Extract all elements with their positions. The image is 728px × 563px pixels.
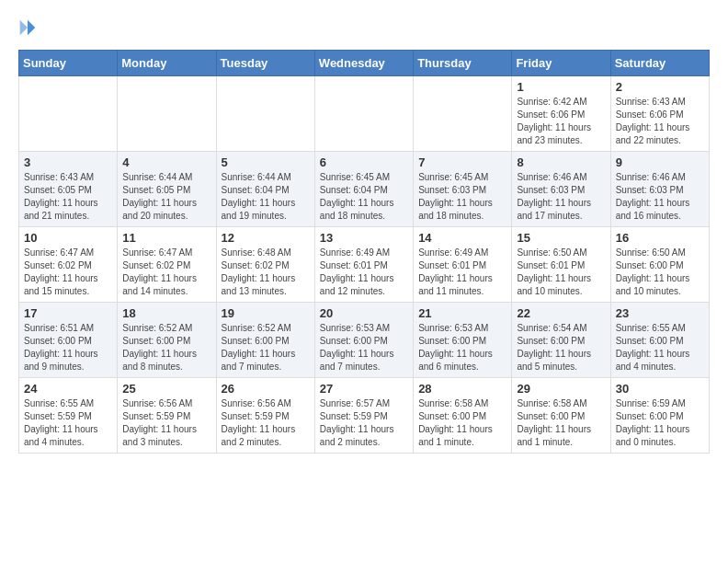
calendar-day-cell: 1Sunrise: 6:42 AM Sunset: 6:06 PM Daylig…	[512, 76, 610, 152]
calendar-day-cell	[414, 76, 512, 152]
calendar-day-cell	[216, 76, 314, 152]
weekday-header-cell: Saturday	[610, 51, 709, 76]
day-number: 15	[517, 231, 605, 245]
weekday-header-cell: Thursday	[414, 51, 512, 76]
day-info: Sunrise: 6:52 AM Sunset: 6:00 PM Dayligh…	[122, 322, 210, 373]
calendar-body: 1Sunrise: 6:42 AM Sunset: 6:06 PM Daylig…	[19, 76, 710, 454]
day-number: 27	[320, 382, 408, 396]
calendar-day-cell	[19, 76, 118, 152]
calendar-day-cell: 23Sunrise: 6:55 AM Sunset: 6:00 PM Dayli…	[610, 303, 709, 378]
day-info: Sunrise: 6:47 AM Sunset: 6:02 PM Dayligh…	[24, 247, 112, 298]
calendar-day-cell: 11Sunrise: 6:47 AM Sunset: 6:02 PM Dayli…	[118, 227, 216, 303]
day-info: Sunrise: 6:44 AM Sunset: 6:04 PM Dayligh…	[222, 171, 310, 223]
day-number: 29	[517, 382, 605, 396]
day-info: Sunrise: 6:45 AM Sunset: 6:03 PM Dayligh…	[418, 171, 506, 223]
logo	[18, 18, 40, 40]
day-info: Sunrise: 6:44 AM Sunset: 6:05 PM Dayligh…	[122, 171, 210, 223]
day-info: Sunrise: 6:50 AM Sunset: 6:00 PM Dayligh…	[616, 247, 704, 298]
calendar-day-cell: 22Sunrise: 6:54 AM Sunset: 6:00 PM Dayli…	[512, 303, 610, 378]
calendar-day-cell: 12Sunrise: 6:48 AM Sunset: 6:02 PM Dayli…	[216, 227, 314, 303]
day-info: Sunrise: 6:55 AM Sunset: 5:59 PM Dayligh…	[24, 397, 112, 449]
calendar-week-row: 24Sunrise: 6:55 AM Sunset: 5:59 PM Dayli…	[19, 378, 710, 454]
day-number: 2	[616, 80, 704, 94]
day-info: Sunrise: 6:53 AM Sunset: 6:00 PM Dayligh…	[418, 322, 506, 373]
weekday-header-cell: Monday	[118, 51, 216, 76]
calendar-day-cell: 9Sunrise: 6:46 AM Sunset: 6:03 PM Daylig…	[610, 152, 709, 227]
day-number: 16	[616, 231, 704, 245]
calendar-week-row: 17Sunrise: 6:51 AM Sunset: 6:00 PM Dayli…	[19, 303, 710, 378]
day-info: Sunrise: 6:56 AM Sunset: 5:59 PM Dayligh…	[222, 397, 310, 449]
day-info: Sunrise: 6:57 AM Sunset: 5:59 PM Dayligh…	[320, 397, 408, 449]
calendar-day-cell: 20Sunrise: 6:53 AM Sunset: 6:00 PM Dayli…	[314, 303, 413, 378]
day-number: 25	[122, 382, 210, 396]
day-number: 22	[517, 306, 605, 320]
calendar-day-cell: 25Sunrise: 6:56 AM Sunset: 5:59 PM Dayli…	[118, 378, 216, 454]
day-info: Sunrise: 6:48 AM Sunset: 6:02 PM Dayligh…	[222, 247, 310, 298]
day-number: 10	[24, 231, 112, 245]
weekday-header-cell: Tuesday	[216, 51, 314, 76]
day-number: 5	[222, 155, 310, 169]
day-number: 3	[24, 155, 112, 169]
calendar-day-cell: 7Sunrise: 6:45 AM Sunset: 6:03 PM Daylig…	[414, 152, 512, 227]
calendar-table: SundayMondayTuesdayWednesdayThursdayFrid…	[18, 50, 710, 454]
day-number: 20	[320, 306, 408, 320]
calendar-day-cell: 27Sunrise: 6:57 AM Sunset: 5:59 PM Dayli…	[314, 378, 413, 454]
weekday-header-cell: Wednesday	[314, 51, 413, 76]
calendar-day-cell: 14Sunrise: 6:49 AM Sunset: 6:01 PM Dayli…	[414, 227, 512, 303]
weekday-header-row: SundayMondayTuesdayWednesdayThursdayFrid…	[19, 51, 710, 76]
calendar-day-cell: 30Sunrise: 6:59 AM Sunset: 6:00 PM Dayli…	[610, 378, 709, 454]
calendar-day-cell	[118, 76, 216, 152]
day-number: 26	[222, 382, 310, 396]
calendar-day-cell: 16Sunrise: 6:50 AM Sunset: 6:00 PM Dayli…	[610, 227, 709, 303]
logo-icon	[18, 18, 37, 37]
day-info: Sunrise: 6:59 AM Sunset: 6:00 PM Dayligh…	[616, 397, 704, 449]
calendar-day-cell: 2Sunrise: 6:43 AM Sunset: 6:06 PM Daylig…	[610, 76, 709, 152]
day-info: Sunrise: 6:43 AM Sunset: 6:06 PM Dayligh…	[616, 96, 704, 147]
calendar-week-row: 1Sunrise: 6:42 AM Sunset: 6:06 PM Daylig…	[19, 76, 710, 152]
day-number: 19	[222, 306, 310, 320]
calendar-day-cell: 18Sunrise: 6:52 AM Sunset: 6:00 PM Dayli…	[118, 303, 216, 378]
day-number: 14	[418, 231, 506, 245]
day-number: 9	[616, 155, 704, 169]
day-info: Sunrise: 6:47 AM Sunset: 6:02 PM Dayligh…	[122, 247, 210, 298]
svg-marker-0	[28, 20, 35, 36]
day-info: Sunrise: 6:49 AM Sunset: 6:01 PM Dayligh…	[418, 247, 506, 298]
calendar-day-cell	[314, 76, 413, 152]
calendar-day-cell: 28Sunrise: 6:58 AM Sunset: 6:00 PM Dayli…	[414, 378, 512, 454]
day-number: 4	[122, 155, 210, 169]
calendar-week-row: 3Sunrise: 6:43 AM Sunset: 6:05 PM Daylig…	[19, 152, 710, 227]
day-number: 1	[517, 80, 605, 94]
page-header	[18, 18, 710, 40]
day-number: 24	[24, 382, 112, 396]
day-info: Sunrise: 6:46 AM Sunset: 6:03 PM Dayligh…	[517, 171, 605, 223]
calendar-day-cell: 17Sunrise: 6:51 AM Sunset: 6:00 PM Dayli…	[19, 303, 118, 378]
calendar-day-cell: 3Sunrise: 6:43 AM Sunset: 6:05 PM Daylig…	[19, 152, 118, 227]
calendar-day-cell: 13Sunrise: 6:49 AM Sunset: 6:01 PM Dayli…	[314, 227, 413, 303]
day-number: 12	[222, 231, 310, 245]
day-info: Sunrise: 6:55 AM Sunset: 6:00 PM Dayligh…	[616, 322, 704, 373]
day-number: 6	[320, 155, 408, 169]
day-info: Sunrise: 6:56 AM Sunset: 5:59 PM Dayligh…	[122, 397, 210, 449]
calendar-day-cell: 4Sunrise: 6:44 AM Sunset: 6:05 PM Daylig…	[118, 152, 216, 227]
day-info: Sunrise: 6:54 AM Sunset: 6:00 PM Dayligh…	[517, 322, 605, 373]
day-number: 7	[418, 155, 506, 169]
day-info: Sunrise: 6:52 AM Sunset: 6:00 PM Dayligh…	[222, 322, 310, 373]
calendar-week-row: 10Sunrise: 6:47 AM Sunset: 6:02 PM Dayli…	[19, 227, 710, 303]
calendar-day-cell: 8Sunrise: 6:46 AM Sunset: 6:03 PM Daylig…	[512, 152, 610, 227]
day-info: Sunrise: 6:49 AM Sunset: 6:01 PM Dayligh…	[320, 247, 408, 298]
svg-marker-1	[20, 20, 28, 36]
day-number: 18	[122, 306, 210, 320]
day-number: 21	[418, 306, 506, 320]
day-info: Sunrise: 6:43 AM Sunset: 6:05 PM Dayligh…	[24, 171, 112, 223]
day-number: 13	[320, 231, 408, 245]
calendar-day-cell: 26Sunrise: 6:56 AM Sunset: 5:59 PM Dayli…	[216, 378, 314, 454]
day-number: 23	[616, 306, 704, 320]
day-info: Sunrise: 6:51 AM Sunset: 6:00 PM Dayligh…	[24, 322, 112, 373]
weekday-header-cell: Sunday	[19, 51, 118, 76]
day-number: 17	[24, 306, 112, 320]
calendar-day-cell: 19Sunrise: 6:52 AM Sunset: 6:00 PM Dayli…	[216, 303, 314, 378]
day-info: Sunrise: 6:50 AM Sunset: 6:01 PM Dayligh…	[517, 247, 605, 298]
day-info: Sunrise: 6:58 AM Sunset: 6:00 PM Dayligh…	[517, 397, 605, 449]
calendar-day-cell: 24Sunrise: 6:55 AM Sunset: 5:59 PM Dayli…	[19, 378, 118, 454]
day-info: Sunrise: 6:45 AM Sunset: 6:04 PM Dayligh…	[320, 171, 408, 223]
